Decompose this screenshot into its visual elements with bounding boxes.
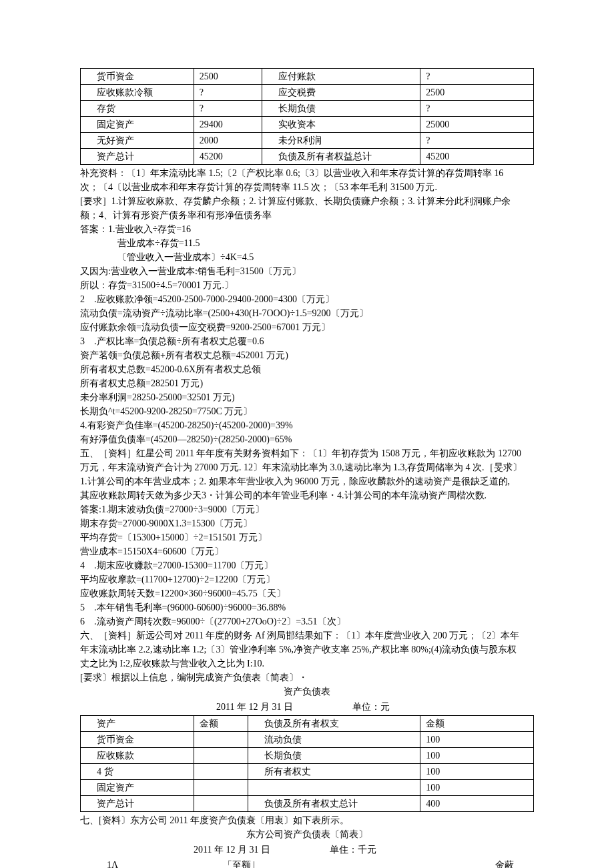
- table-cell: 所有者权丈: [248, 764, 420, 780]
- table-cell: 固定资产: [81, 117, 194, 133]
- text-line: 应付账款余领=流动负债一应交税费=9200-2500=67001 万元〕: [80, 320, 534, 334]
- table-cell: [194, 796, 248, 812]
- text-line: 又因为:营业收入一营业成本:销售毛利=31500〔万元〕: [80, 264, 534, 278]
- table-cell: 无好资产: [81, 133, 194, 149]
- text-line: 6 .流动资产周转次数=96000÷〔(27700+27OoO)÷2〕=3.51…: [80, 614, 534, 628]
- table3-date: 2011 年 12 月 31 日: [194, 843, 330, 857]
- text-line: 〔管业收入一营业成本〕÷4K=4.5: [117, 250, 534, 264]
- table-cell: 29400: [194, 117, 262, 133]
- text-line: 五、［资料］红星公司 2011 年年度有关财务资料如下：〔1〕年初存货为 150…: [80, 446, 534, 460]
- text-line: 4 .期末应收赚款=27000-15300=11700〔万元〕: [80, 558, 534, 572]
- text-line: 期末存货=27000-9000X1.3=15300〔万元〕: [80, 516, 534, 530]
- table-cell: [194, 764, 248, 780]
- table-cell: 应收账款冷额: [81, 85, 194, 101]
- text-line: 4.有彩资产负佳率=(45200-28250)÷(45200-2000)=39%: [80, 418, 534, 432]
- table-cell: [248, 780, 420, 796]
- text-line: 答案：1.营业收入÷存货=16: [80, 222, 534, 236]
- table-cell: 100: [420, 764, 534, 780]
- text-block-1-indent: 营业成本÷存货=11.5〔管业收入一营业成本〕÷4K=4.5: [80, 236, 534, 264]
- text-line: 流动负债=流动资产÷流动比率=(2500+430(H-7OOO)÷1.5=920…: [80, 306, 534, 320]
- table-cell: [194, 732, 248, 748]
- footer-left: 1Λ: [80, 858, 148, 868]
- footer-mid: 「至额 |: [148, 858, 330, 868]
- table-cell: 流动负债: [248, 732, 420, 748]
- text-line: 次；〔4〔以营业成本和年末存货计算的存货周转率 11.5 次；〔53 本年毛利 …: [80, 180, 534, 194]
- table-cell: [194, 748, 248, 764]
- table-cell: 资产: [81, 716, 194, 732]
- text-line: 七、[资料〕东方公司 2011 年度资产负债衰〔用衷〕如下表所示。: [80, 813, 534, 827]
- table-cell: ?: [420, 69, 534, 85]
- table2-subheader: 2011 年 12 月 31 日 单位：元: [80, 700, 534, 714]
- table3-subheader: 2011 年 12 月 31 日 单住：千元: [80, 843, 534, 857]
- table2-unit: 单位：元: [352, 700, 466, 714]
- table-cell: ?: [420, 133, 534, 149]
- text-line: [要求］1.计算应收麻款、存货麟户余额；2. 计算应付账款、长期负债赚户余额；3…: [80, 194, 534, 208]
- text-line: 有好淨值负债率=(45200—28250)÷(28250-2000)=65%: [80, 432, 534, 446]
- text-line: 所有者权丈总数=45200-0.6X所有者权丈总领: [80, 362, 534, 376]
- text-line: 其应收账款周转天敛为多少天3・计算公司的本年管业毛利率・4.计算公司的本年流动资…: [80, 488, 534, 502]
- table3-unit: 单住：千元: [330, 843, 466, 857]
- text-line: 万元，年末流动资产合计为 27000 万元. 12〕年末流动比率为 3.0,速动…: [80, 460, 534, 474]
- text-line: 资产茗领=负债总额+所有者权丈总额=452001 万元): [80, 348, 534, 362]
- text-line: 所有者权丈总额=282501 万元): [80, 376, 534, 390]
- table-cell: 金额: [194, 716, 248, 732]
- table3-title: 东方公司资产负债表〔简表〕: [80, 827, 534, 841]
- text-line: 答案:1.期末波动负债=27000÷3=9000〔万元〕: [80, 502, 534, 516]
- table-cell: 固定资产: [81, 780, 194, 796]
- text-line: 长期负^t=45200-9200-28250=7750C 万元〕: [80, 404, 534, 418]
- table-cell: 2500: [420, 85, 534, 101]
- table-cell: 400: [420, 796, 534, 812]
- text-block-2: 又因为:营业收入一营业成本:销售毛利=31500〔万元〕所以：存货=31500÷…: [80, 264, 534, 685]
- table-cell: 45200: [194, 149, 262, 165]
- text-line: 营业成本÷存货=11.5: [117, 236, 534, 250]
- table-cell: 长期负债: [248, 748, 420, 764]
- table-cell: ?: [194, 85, 262, 101]
- text-line: 平均存货=〔15300+15000〕÷2=151501 万元〕: [80, 530, 534, 544]
- table-cell: 长期负债: [262, 101, 420, 117]
- table-cell: 45200: [420, 149, 534, 165]
- table-cell: 负债及所有者权支: [248, 716, 420, 732]
- table-cell: 应付账款: [262, 69, 420, 85]
- table-cell: 资产总计: [81, 149, 194, 165]
- text-line: 丈之比为 I:2,应收账款与营业收入之比为 I:10.: [80, 657, 534, 671]
- text-line: 年末流动比率 2.2,速动比率 1.2;〔3〕管业净利率 5%,净资产收支率 2…: [80, 642, 534, 657]
- text-line: 营业成本=15150X4=60600〔万元〕: [80, 544, 534, 558]
- table-cell: 货币资金: [81, 69, 194, 85]
- table-2: 资产金额负债及所有者权支金额货币资金流动负债100应收账款长期负债1004 货所…: [80, 715, 534, 812]
- table-cell: 金额: [420, 716, 534, 732]
- table-cell: 2000: [194, 133, 262, 149]
- text-line: 额；4、计算有形资产债务率和有形净值债务率: [80, 208, 534, 222]
- table-1: 货币资金2500应付账款?应收账款冷额?应交税费2500存货?长期负债?固定资产…: [80, 68, 534, 165]
- table-cell: 4 货: [81, 764, 194, 780]
- footer-row: 1Λ 「至额 | 金蔽: [80, 858, 534, 868]
- table-cell: [194, 780, 248, 796]
- table-cell: 100: [420, 780, 534, 796]
- text-line: 1.计算公司的本年营业成本；2. 如果本年营业收入为 96000 万元，除应收麟…: [80, 474, 534, 488]
- text-line: 5 .本年销售毛利率=(96000-60600)÷96000=36.88%: [80, 600, 534, 614]
- text-line: 未分率利洞=28250-25000=32501 万元): [80, 390, 534, 404]
- table-cell: ?: [194, 101, 262, 117]
- text-line: 平均应收摩款=(11700+12700)÷2=12200〔万元〕: [80, 572, 534, 586]
- table-cell: 货币资金: [81, 732, 194, 748]
- table-cell: 资产总计: [81, 796, 194, 812]
- table-cell: 应收账款: [81, 748, 194, 764]
- text-line: [要求〕根据以上信息，编制完成资产负债表〔简表〕・: [80, 671, 534, 685]
- text-line: 六、［资料］新远公司对 2011 年度的财务 Af 洌局邯结果如下：〔1〕本年度…: [80, 628, 534, 642]
- table-cell: 实收资本: [262, 117, 420, 133]
- text-line: 补充资料：〔1〕年末流动比率 1.5;〔2〔产权比率 0.6;〔3〕以营业收入和…: [80, 166, 534, 180]
- table2-date: 2011 年 12 月 31 日: [216, 700, 352, 714]
- table-cell: 100: [420, 732, 534, 748]
- table-cell: 存货: [81, 101, 194, 117]
- text-block-1: 补充资料：〔1〕年末流动比率 1.5;〔2〔产权比率 0.6;〔3〕以营业收入和…: [80, 166, 534, 236]
- footer-right: 金蔽: [330, 858, 534, 868]
- text-line: 应收账款周转天数=12200×360÷96000=45.75〔天〕: [80, 586, 534, 600]
- text-line: 2 .应收账款净领=45200-2500-7000-29400-2000=430…: [80, 292, 534, 306]
- table-cell: 负债及所有者权丈总计: [248, 796, 420, 812]
- table-cell: 25000: [420, 117, 534, 133]
- text-block-3: 七、[资料〕东方公司 2011 年度资产负债衰〔用衷〕如下表所示。: [80, 813, 534, 827]
- text-line: 3 .产权比率=负债总额÷所有者权丈总覆=0.6: [80, 334, 534, 348]
- table-cell: 2500: [194, 69, 262, 85]
- table2-title: 资产负债表: [80, 685, 534, 699]
- table-cell: 未分R利润: [262, 133, 420, 149]
- table-cell: 100: [420, 748, 534, 764]
